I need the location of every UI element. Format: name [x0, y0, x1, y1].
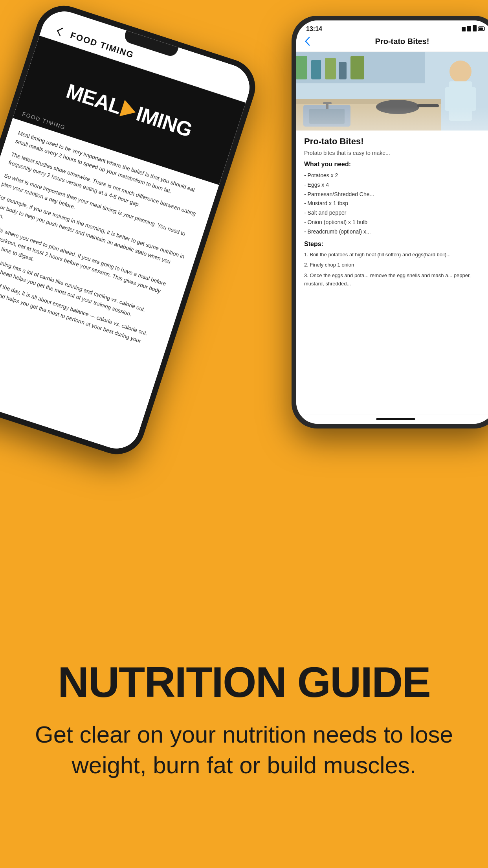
svg-point-18: [449, 61, 471, 83]
svg-rect-2: [473, 25, 477, 31]
timing-text: IMING: [134, 102, 195, 142]
right-bottom-bar: [296, 414, 488, 424]
recipe-image-overlay: [296, 107, 488, 131]
nutrition-guide-title: NUTRITION GUIDE: [58, 660, 430, 704]
svg-rect-8: [311, 60, 321, 79]
nutrition-guide-subtitle: Get clear on your nutrition needs to los…: [31, 719, 457, 781]
right-back-button[interactable]: [304, 36, 311, 47]
ingredient-7: - Breadcrumb (optional) x...: [304, 227, 487, 237]
recipe-intro: Protato bites that is easy to make...: [304, 150, 487, 156]
right-phone-content: Pro-tato Bites! Protato bites that is ea…: [296, 131, 488, 414]
meal-timing-text: MEAL: [63, 79, 124, 119]
recipe-image: [296, 52, 488, 131]
phone-left: FOOD TIMING MEAL IMING FOOD TIMING Meal …: [0, 0, 262, 462]
status-signal: [462, 25, 485, 33]
svg-rect-13: [296, 99, 441, 104]
ingredient-4: - Mustard x 1 tbsp: [304, 199, 487, 208]
steps-header: Steps:: [304, 241, 487, 248]
ingredients-list: - Potatoes x 2 - Eggs x 4 - Parmesan/Shr…: [304, 171, 487, 237]
status-time: 13:14: [306, 26, 322, 33]
svg-rect-17: [323, 102, 332, 104]
phone-right-screen: 13:14: [296, 20, 488, 424]
phone-right: 13:14: [292, 16, 488, 428]
ingredient-6: - Onion (optional) x 1 bulb: [304, 218, 487, 227]
phone-left-shell: FOOD TIMING MEAL IMING FOOD TIMING Meal …: [0, 0, 262, 462]
step-2: 2. Finely chop 1 onion: [304, 261, 487, 269]
ingredient-1: - Potatoes x 2: [304, 171, 487, 180]
right-status-bar: 13:14: [296, 20, 488, 33]
phones-area: FOOD TIMING MEAL IMING FOOD TIMING Meal …: [0, 0, 488, 574]
step-1: 1. Boil the potatoes at high heat (till …: [304, 251, 487, 259]
svg-rect-4: [479, 28, 483, 30]
ingredients-header: What you need:: [304, 161, 487, 168]
phone-right-shell: 13:14: [292, 16, 488, 428]
home-indicator: [376, 418, 415, 420]
recipe-title: Pro-tato Bites!: [304, 136, 487, 147]
ingredient-5: - Salt and pepper: [304, 208, 487, 218]
svg-rect-0: [462, 27, 466, 31]
left-back-button[interactable]: [52, 24, 67, 39]
phone-left-screen: FOOD TIMING MEAL IMING FOOD TIMING Meal …: [0, 6, 255, 455]
svg-rect-1: [467, 26, 471, 31]
ingredient-3: - Parmesan/Shredded Che...: [304, 190, 487, 199]
right-header-title: Pro-tato Bites!: [317, 37, 487, 46]
steps-list: 1. Boil the potatoes at high heat (till …: [304, 251, 487, 288]
right-phone-header: Pro-tato Bites!: [296, 33, 488, 52]
ingredient-2: - Eggs x 4: [304, 180, 487, 190]
bottom-section: NUTRITION GUIDE Get clear on your nutrit…: [0, 573, 488, 868]
step-3: 3. Once the eggs and pota... remove the …: [304, 272, 487, 288]
svg-rect-7: [296, 56, 307, 79]
svg-rect-9: [325, 58, 336, 79]
svg-rect-10: [339, 62, 347, 79]
svg-rect-11: [350, 56, 364, 79]
